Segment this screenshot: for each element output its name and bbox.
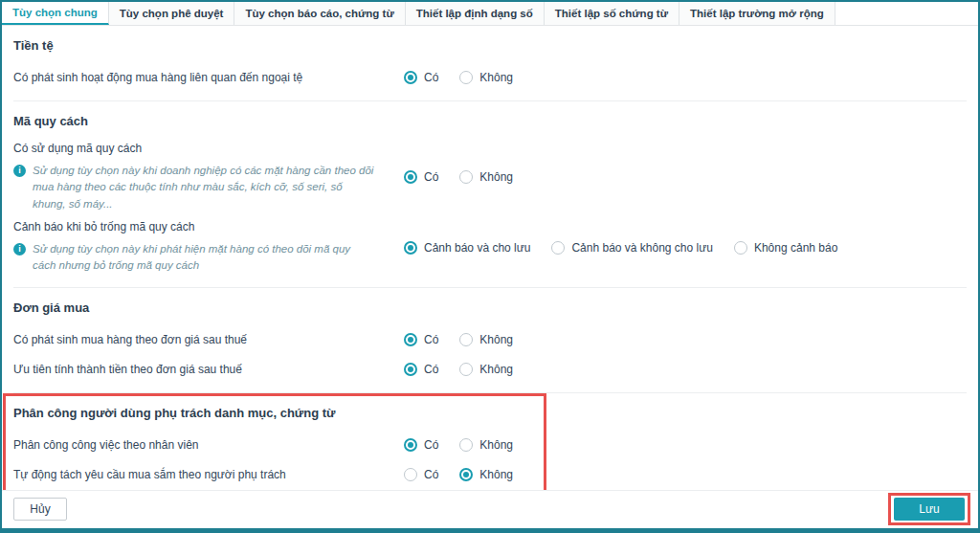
section-title: Đơn giá mua [13, 300, 967, 315]
radio-option[interactable]: Không [459, 333, 513, 346]
radio-option-label: Không [479, 71, 513, 84]
tab-5[interactable]: Thiết lập số chứng từ [545, 2, 679, 25]
radio-group: CóKhông [404, 71, 513, 84]
tab-bar: Tùy chọn chungTùy chọn phê duyệtTùy chọn… [2, 2, 978, 26]
tab-2[interactable]: Tùy chọn phê duyệt [109, 2, 235, 25]
setting-row: Phân công công việc theo nhân viênCóKhôn… [13, 433, 967, 457]
section-title: Mã quy cách [13, 114, 967, 128]
radio-group: CóKhông [404, 333, 513, 346]
radio-option-label: Không [479, 468, 513, 481]
radio-group: CóKhông [404, 170, 513, 184]
radio-option-label: Không [479, 363, 513, 376]
tab-1[interactable]: Tùy chọn chung [2, 2, 109, 25]
radio-group: CóKhông [404, 468, 513, 481]
radio-option-label: Có [424, 438, 438, 452]
setting-text: Có sử dụng mã quy cáchiSử dụng tùy chọn … [13, 141, 375, 214]
setting-text: Có phát sinh hoạt động mua hàng liên qua… [13, 70, 302, 85]
radio-button-icon[interactable] [404, 333, 417, 346]
setting-text: Phân công công việc theo nhân viên [13, 437, 198, 453]
radio-button-icon[interactable] [404, 170, 417, 184]
radio-option[interactable]: Có [404, 468, 438, 481]
settings-content: Tiền tệCó phát sinh hoạt động mua hàng l… [2, 26, 978, 490]
setting-label: Ưu tiên tính thành tiền theo đơn giá sau… [13, 362, 242, 377]
radio-option[interactable]: Không [459, 468, 513, 481]
radio-button-icon[interactable] [404, 71, 417, 84]
radio-button-icon[interactable] [404, 241, 417, 255]
radio-option[interactable]: Không [459, 363, 513, 376]
setting-note-text: Sử dụng tùy chọn này khi doanh nghiệp có… [33, 163, 375, 212]
setting-label: Phân công công việc theo nhân viên [13, 437, 198, 453]
section-title: Phân công người dùng phụ trách danh mục,… [13, 406, 967, 420]
settings-window: Tùy chọn chungTùy chọn phê duyệtTùy chọn… [0, 0, 980, 533]
radio-button-icon[interactable] [459, 71, 473, 84]
radio-option[interactable]: Không cảnh báo [734, 241, 837, 255]
setting-row: Có phát sinh mua hàng theo đơn giá sau t… [13, 327, 967, 352]
cancel-button[interactable]: Hủy [13, 498, 67, 521]
radio-option[interactable]: Cảnh báo và không cho lưu [551, 241, 712, 255]
radio-option-label: Có [424, 170, 438, 184]
section-spec-code: Mã quy cáchCó sử dụng mã quy cáchiSử dụn… [13, 100, 967, 287]
radio-option-label: Không cảnh báo [754, 241, 837, 255]
radio-option-label: Có [424, 71, 438, 84]
setting-label: Có phát sinh hoạt động mua hàng liên qua… [13, 70, 302, 85]
radio-option-label: Không [479, 333, 513, 346]
setting-label: Tự động tách yêu cầu mua sắm theo người … [13, 467, 286, 482]
tab-3[interactable]: Tùy chọn báo cáo, chứng từ [234, 2, 405, 25]
setting-label: Cảnh báo khi bỏ trống mã quy cách [13, 219, 375, 234]
radio-option-label: Có [424, 468, 438, 481]
save-button[interactable]: Lưu [894, 498, 965, 521]
setting-label: Có sử dụng mã quy cách [13, 141, 375, 156]
setting-label: Có phát sinh mua hàng theo đơn giá sau t… [13, 332, 247, 347]
section-assign-owner: Phân công người dùng phụ trách danh mục,… [13, 392, 967, 490]
radio-button-icon[interactable] [459, 468, 473, 481]
radio-option[interactable]: Không [459, 170, 513, 184]
radio-option[interactable]: Có [404, 170, 438, 184]
setting-text: Cảnh báo khi bỏ trống mã quy cáchiSử dụn… [13, 219, 375, 277]
setting-row: Có sử dụng mã quy cáchiSử dụng tùy chọn … [13, 141, 967, 214]
setting-row: Có phát sinh hoạt động mua hàng liên qua… [13, 65, 967, 90]
footer-bar: Hủy Lưu [2, 490, 978, 528]
setting-note-text: Sử dụng tùy chọn này khi phát hiện mặt h… [33, 241, 375, 275]
setting-text: Ưu tiên tính thành tiền theo đơn giá sau… [13, 362, 242, 377]
info-icon: i [13, 243, 26, 255]
radio-option[interactable]: Cảnh báo và cho lưu [404, 241, 530, 255]
radio-option[interactable]: Có [404, 333, 438, 346]
radio-option[interactable]: Có [404, 438, 438, 452]
radio-button-icon[interactable] [459, 438, 473, 452]
setting-text: Tự động tách yêu cầu mua sắm theo người … [13, 467, 286, 482]
setting-text: Có phát sinh mua hàng theo đơn giá sau t… [13, 332, 247, 347]
radio-option-label: Cảnh báo và không cho lưu [571, 241, 712, 255]
radio-button-icon[interactable] [734, 241, 747, 255]
section-unit-price: Đơn giá muaCó phát sinh mua hàng theo đơ… [13, 287, 967, 392]
radio-option[interactable]: Có [404, 363, 438, 376]
radio-button-icon[interactable] [459, 363, 473, 376]
tab-6[interactable]: Thiết lập trường mở rộng [679, 2, 835, 25]
radio-option-label: Cảnh báo và cho lưu [424, 241, 530, 255]
radio-option-label: Có [424, 363, 438, 376]
setting-note: iSử dụng tùy chọn này khi phát hiện mặt … [13, 241, 375, 275]
section-title: Tiền tệ [13, 38, 967, 53]
radio-button-icon[interactable] [459, 170, 473, 184]
radio-option[interactable]: Có [404, 71, 438, 84]
section-currency: Tiền tệCó phát sinh hoạt động mua hàng l… [13, 26, 967, 100]
radio-group: Cảnh báo và cho lưuCảnh báo và không cho… [404, 241, 837, 255]
tab-4[interactable]: Thiết lập định dạng số [406, 2, 545, 25]
radio-option-label: Không [479, 438, 513, 452]
radio-button-icon[interactable] [404, 363, 417, 376]
radio-button-icon[interactable] [459, 333, 473, 346]
radio-button-icon[interactable] [404, 438, 417, 452]
setting-row: Ưu tiên tính thành tiền theo đơn giá sau… [13, 357, 967, 382]
setting-row: Cảnh báo khi bỏ trống mã quy cáchiSử dụn… [13, 219, 967, 277]
radio-button-icon[interactable] [404, 468, 417, 481]
info-icon: i [13, 165, 26, 177]
save-button-wrapper: Lưu [894, 498, 965, 521]
radio-group: CóKhông [404, 363, 513, 376]
radio-button-icon[interactable] [551, 241, 565, 255]
radio-option-label: Không [479, 170, 513, 184]
radio-option-label: Có [424, 333, 438, 346]
radio-option[interactable]: Không [459, 71, 513, 84]
setting-note: iSử dụng tùy chọn này khi doanh nghiệp c… [13, 163, 375, 212]
radio-option[interactable]: Không [459, 438, 513, 452]
radio-group: CóKhông [404, 438, 513, 452]
setting-row: Tự động tách yêu cầu mua sắm theo người … [13, 462, 967, 487]
